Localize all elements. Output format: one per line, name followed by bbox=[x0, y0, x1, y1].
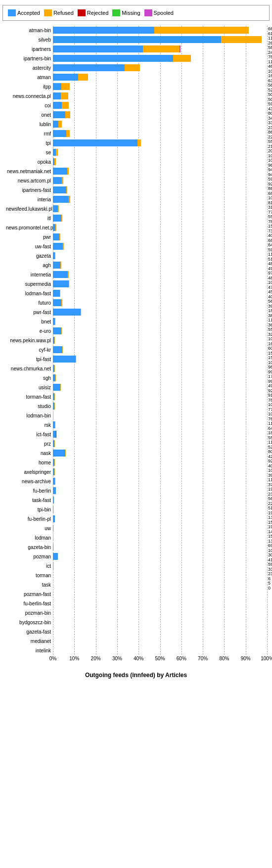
bar-segment-refused bbox=[60, 290, 60, 297]
bar-container: 5644222 bbox=[53, 497, 267, 503]
legend: AcceptedRefusedRejectedMissingSpooled bbox=[2, 5, 270, 21]
chart-row: astercity469770100926 bbox=[53, 63, 267, 72]
bar-value: 2097810088 bbox=[268, 149, 272, 159]
row-label: bnet bbox=[6, 319, 53, 324]
row-label: sgh bbox=[6, 375, 53, 381]
row-label: internetia bbox=[6, 272, 53, 277]
bar-container bbox=[53, 647, 267, 654]
bar-segment-accepted bbox=[53, 243, 63, 250]
bar-container: 1938143 bbox=[53, 525, 267, 532]
bar-container: 117495151 bbox=[53, 252, 267, 259]
bar-value: 787249113770 bbox=[268, 55, 272, 65]
row-label: onet bbox=[6, 112, 53, 118]
chart-row: futuro561503999 bbox=[53, 298, 267, 307]
bar-value: 1049468108 bbox=[268, 196, 272, 206]
bar-value: 588549240599 bbox=[268, 46, 272, 55]
row-label: gazeta bbox=[6, 253, 53, 259]
bar-segment-refused bbox=[60, 262, 61, 269]
bar-container bbox=[53, 609, 267, 616]
bar-segment-refused bbox=[78, 74, 88, 81]
bar-container: 16592663703 bbox=[53, 74, 267, 81]
bar-value: 314147724 bbox=[268, 205, 272, 215]
bar-container: 551977827 bbox=[53, 215, 267, 222]
chart-row: silveb1100531262913 bbox=[53, 35, 267, 44]
bar-value: 11236524 bbox=[268, 440, 272, 450]
row-label: news.artcom.pl bbox=[6, 178, 53, 183]
bar-value: 11391375 bbox=[268, 478, 272, 488]
chart-row: news-archive11391375 bbox=[53, 477, 267, 486]
row-label: ict-fast bbox=[6, 432, 53, 437]
bar-container: 5624452366 bbox=[53, 83, 267, 90]
bar-segment-refused bbox=[55, 252, 56, 259]
xaxis-label: 60% bbox=[177, 656, 186, 661]
bar-container: 11410649 bbox=[53, 421, 267, 428]
bar-segment-refused bbox=[54, 337, 55, 344]
bar-container: 695106 bbox=[53, 544, 267, 550]
bar-container: 405646824 bbox=[53, 233, 267, 240]
bar-segment-accepted bbox=[53, 92, 61, 99]
bar-segment-refused bbox=[61, 327, 62, 334]
row-label: atman-bin bbox=[6, 28, 53, 33]
chart-row: prz11236524 bbox=[53, 439, 267, 448]
chart-row: se2097810088 bbox=[53, 148, 267, 157]
bar-segment-accepted bbox=[53, 102, 62, 109]
bar-segment-refused bbox=[55, 224, 56, 231]
chart-row: internetia971324891 bbox=[53, 270, 267, 279]
bar-segment-accepted bbox=[53, 280, 69, 287]
chart-row: uw1938143 bbox=[53, 524, 267, 533]
chart-row: agh485184910 bbox=[53, 261, 267, 270]
row-label: pozman-bin bbox=[6, 610, 53, 616]
bar-segment-accepted bbox=[53, 346, 62, 353]
bar-container: 154427329 bbox=[53, 224, 267, 231]
chart-row: news.chmurka.net9816997 bbox=[53, 364, 267, 373]
bar-value: 18760556 bbox=[268, 431, 272, 441]
bar-value: 49265929 bbox=[268, 384, 272, 394]
row-label: gazeta-fast bbox=[6, 629, 53, 635]
bar-segment-accepted bbox=[53, 327, 61, 334]
row-label: lodman-fast bbox=[6, 291, 53, 296]
bar-container: 5909343230 bbox=[53, 102, 267, 109]
chart-row: torman236 bbox=[53, 571, 267, 580]
chart-row: home9278409 bbox=[53, 458, 267, 467]
row-label: newsfeed.lukawski.pl bbox=[6, 206, 53, 212]
bar-segment-accepted bbox=[53, 384, 60, 391]
bar-value: 455004076 bbox=[268, 290, 272, 300]
bar-segment-accepted bbox=[53, 46, 143, 52]
bar-value: 971324891 bbox=[268, 271, 272, 281]
row-label: pwr bbox=[6, 234, 53, 240]
bar-value: 10088397 bbox=[268, 468, 272, 478]
chart-row: interia1049468108 bbox=[53, 195, 267, 204]
legend-label: Spooled bbox=[154, 10, 174, 16]
chart-row: opoka102639635 bbox=[53, 157, 267, 166]
bar-segment-refused bbox=[65, 111, 71, 118]
bar-value: 646965934 bbox=[268, 243, 272, 253]
row-label: atman bbox=[6, 75, 53, 80]
bar-segment-accepted bbox=[53, 553, 58, 560]
bar-container: 314147724 bbox=[53, 205, 267, 212]
legend-label: Accepted bbox=[17, 10, 40, 16]
bar-container: 1025844709 bbox=[53, 280, 267, 287]
row-label: axelspringer bbox=[6, 469, 53, 475]
chart-row: lodman-fast455004076 bbox=[53, 289, 267, 298]
chart-container: AcceptedRefusedRejectedMissingSpooled at… bbox=[0, 0, 272, 698]
bar-value: 5624452366 bbox=[268, 83, 272, 93]
legend-item: Rejected bbox=[78, 9, 108, 16]
row-label: news.chmurka.net bbox=[6, 366, 53, 371]
chart-row: atman-bin662400616818 bbox=[53, 26, 267, 35]
chart-row: rsk11410649 bbox=[53, 420, 267, 429]
bar-segment-refused bbox=[67, 168, 69, 175]
row-label: e-uro bbox=[6, 328, 53, 334]
row-label: tpi-bin bbox=[6, 507, 53, 512]
legend-label: Rejected bbox=[87, 10, 108, 16]
xaxis-label: 50% bbox=[155, 656, 165, 661]
legend-item: Refused bbox=[44, 9, 74, 16]
legend-color bbox=[144, 9, 152, 16]
row-label: silveb bbox=[6, 37, 53, 43]
row-label: bydgoszcz-bin bbox=[6, 620, 53, 625]
row-label: usisiz bbox=[6, 385, 53, 390]
chart-row: news.netmaniak.net945819415 bbox=[53, 167, 267, 176]
bar-container: 101811622 bbox=[53, 337, 267, 344]
bar-value: 8642222692 bbox=[268, 130, 272, 140]
row-label: task-fast bbox=[6, 498, 53, 503]
bar-container: 1100531262913 bbox=[53, 36, 267, 43]
